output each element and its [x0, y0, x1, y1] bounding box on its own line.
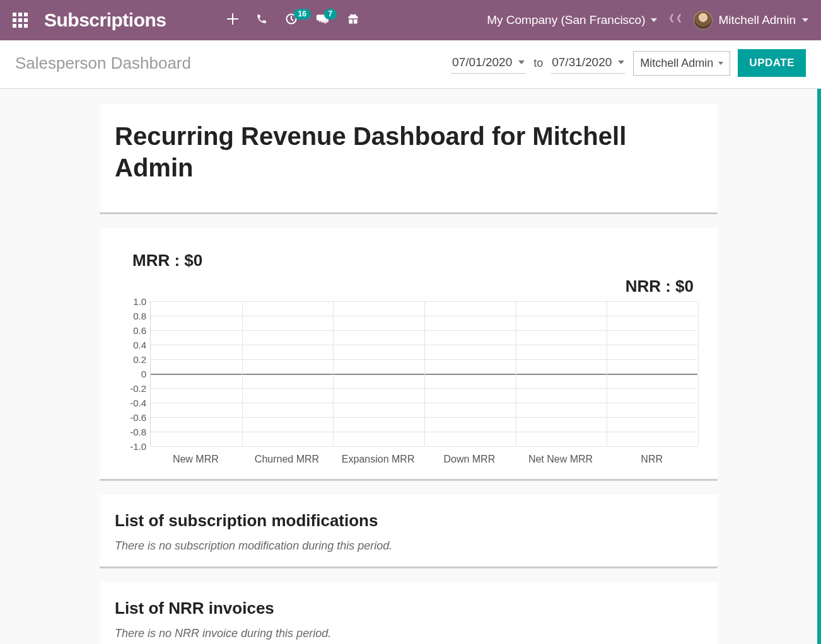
- nrr-invoices-empty-message: There is no NRR invoice during this peri…: [115, 627, 702, 640]
- nrr-invoices-card: List of NRR invoices There is no NRR inv…: [100, 582, 718, 644]
- chart-x-category: Churned MRR: [255, 454, 319, 465]
- revenue-bar-chart: 1.00.80.60.40.20-0.2-0.4-0.6-0.8-1.0New …: [115, 301, 702, 465]
- chart-vgridline: [607, 301, 607, 446]
- plus-icon[interactable]: [227, 13, 238, 28]
- chart-y-tick: 0.8: [115, 311, 146, 321]
- chevron-down-icon: [802, 18, 808, 22]
- chart-y-tick: -0.6: [115, 412, 146, 423]
- control-panel: Salesperson Dashboard 07/01/2020 to 07/3…: [0, 40, 821, 89]
- mrr-value-label: MRR : $0: [132, 251, 702, 270]
- dashboard-title: Recurring Revenue Dashboard for Mitchell…: [115, 120, 702, 195]
- chevron-down-icon: [518, 60, 525, 64]
- chart-vgridline: [698, 301, 699, 446]
- chart-y-tick: -0.8: [115, 427, 146, 437]
- sub-mods-title: List of subscription modifications: [115, 511, 702, 531]
- chart-y-tick: 1.0: [115, 296, 146, 307]
- chart-y-tick: -0.4: [115, 398, 146, 408]
- chart-vgridline: [333, 301, 334, 446]
- chart-x-category: New MRR: [173, 454, 219, 465]
- dashboard-title-card: Recurring Revenue Dashboard for Mitchell…: [100, 104, 718, 214]
- date-from-value: 07/01/2020: [452, 55, 512, 69]
- chart-x-category: Down MRR: [443, 454, 495, 465]
- breadcrumb: Salesperson Dashboard: [15, 54, 191, 73]
- salesperson-value: Mitchell Admin: [640, 57, 713, 70]
- chart-x-category: NRR: [641, 454, 663, 465]
- control-panel-right: 07/01/2020 to 07/31/2020 Mitchell Admin …: [451, 49, 806, 77]
- dashboard-sheet: Recurring Revenue Dashboard for Mitchell…: [100, 104, 718, 644]
- chart-y-tick: 0.6: [115, 325, 146, 336]
- user-name: Mitchell Admin: [719, 13, 796, 27]
- debug-icon[interactable]: [668, 11, 682, 29]
- chart-y-tick: -0.2: [115, 383, 146, 394]
- activities-icon[interactable]: 16: [285, 13, 298, 28]
- chevron-down-icon: [718, 62, 723, 65]
- messages-icon[interactable]: 7: [315, 13, 329, 28]
- chart-vgridline: [424, 301, 425, 446]
- date-to-value: 07/31/2020: [552, 55, 612, 69]
- chevron-down-icon: [618, 60, 624, 64]
- phone-icon[interactable]: [256, 13, 267, 28]
- chevron-down-icon: [651, 18, 657, 22]
- chart-vgridline: [242, 301, 243, 446]
- update-button[interactable]: UPDATE: [738, 49, 806, 77]
- chart-x-category: Expansion MRR: [342, 454, 415, 465]
- nrr-invoices-title: List of NRR invoices: [115, 599, 702, 618]
- user-menu[interactable]: Mitchell Admin: [694, 11, 809, 30]
- apps-icon[interactable]: [13, 13, 28, 28]
- chart-y-tick: 0.4: [115, 340, 146, 350]
- date-to-input[interactable]: 07/31/2020: [550, 53, 626, 74]
- revenue-chart-card: MRR : $0 NRR : $0 1.00.80.60.40.20-0.2-0…: [100, 228, 718, 481]
- chart-vgridline: [516, 301, 516, 446]
- chart-y-tick: 0: [115, 369, 146, 379]
- systray-icons: 16 7: [227, 13, 359, 28]
- topbar-right: My Company (San Francisco) Mitchell Admi…: [487, 11, 808, 30]
- company-switcher[interactable]: My Company (San Francisco): [487, 13, 656, 27]
- gift-icon[interactable]: [347, 13, 359, 28]
- subscription-modifications-card: List of subscription modifications There…: [100, 495, 718, 568]
- nrr-value-label: NRR : $0: [115, 277, 694, 296]
- app-title[interactable]: Subscriptions: [44, 9, 166, 31]
- company-name: My Company (San Francisco): [487, 13, 645, 27]
- chart-x-category: Net New MRR: [528, 454, 593, 465]
- messages-badge: 7: [324, 9, 337, 20]
- chart-gridline: [151, 446, 697, 447]
- date-from-input[interactable]: 07/01/2020: [451, 53, 526, 74]
- date-to-label: to: [533, 57, 543, 70]
- main-content: Recurring Revenue Dashboard for Mitchell…: [0, 89, 821, 644]
- activities-badge: 16: [294, 9, 311, 20]
- chart-y-tick: -1.0: [115, 441, 146, 452]
- avatar: [694, 11, 713, 30]
- salesperson-select[interactable]: Mitchell Admin: [633, 51, 730, 76]
- top-navbar: Subscriptions 16 7 My Company (San Franc…: [0, 0, 821, 40]
- chart-y-tick: 0.2: [115, 354, 146, 365]
- sub-mods-empty-message: There is no subscription modification du…: [115, 539, 702, 553]
